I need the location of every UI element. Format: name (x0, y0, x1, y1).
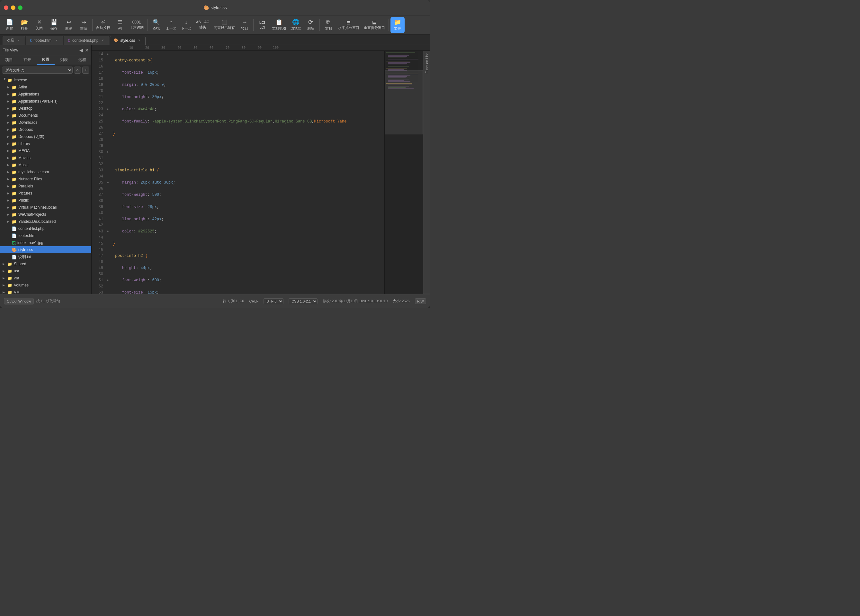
svg-rect-15 (386, 74, 418, 74)
fold-19 (106, 81, 110, 88)
vsplit-button[interactable]: ⬓ 垂直拆分窗口 (362, 17, 387, 33)
filter-home-btn[interactable]: ⌂ (74, 66, 81, 74)
ln-43: 43 (92, 229, 103, 235)
sidebar-tab-project[interactable]: 项目 (0, 55, 18, 64)
tree-item-dropbox-prev[interactable]: ▶ 📁 Dropbox (之前) (0, 133, 91, 140)
tree-item-documents[interactable]: ▶ 📁 Documents (0, 112, 91, 119)
tab-welcome[interactable]: 欢迎 × (3, 36, 25, 45)
goto-button[interactable]: → 转到 (237, 17, 252, 33)
tree-item-volumes[interactable]: ▶ 📁 Volumes (0, 281, 91, 289)
replace-icon: AB→AC (196, 20, 209, 24)
function-list-label[interactable]: Function List (424, 51, 430, 76)
tree-item-shuoming[interactable]: ▶ 📄 说明.txt (0, 253, 91, 261)
tree-item-wechat[interactable]: ▶ 📁 WeChatProjects (0, 211, 91, 218)
browser-button[interactable]: 🌐 浏览器 (289, 17, 303, 33)
tree-item-yandex[interactable]: ▶ 📁 Yandex.Disk.localized (0, 218, 91, 225)
tree-item-nutstore[interactable]: ▶ 📁 Nutstore Files (0, 176, 91, 182)
tree-arrow-mega: ▶ (7, 149, 12, 152)
save-button[interactable]: 💾 保存 (47, 17, 61, 33)
fold-36 (106, 185, 110, 191)
open-button[interactable]: 📂 打开 (17, 17, 31, 33)
fold-51[interactable]: ▸ (106, 277, 110, 283)
fold-22 (106, 100, 110, 106)
refresh-button[interactable]: ⟳ 刷新 (304, 17, 318, 33)
minimize-button[interactable] (11, 5, 16, 10)
docmap-button[interactable]: 📋 文档地图 (270, 17, 288, 33)
syntax-select[interactable]: CSS 1.0-2.1 (289, 299, 317, 304)
tree-label-footer-file: footer.html (18, 233, 36, 238)
tree-item-footer-file[interactable]: ▶ 📄 footer.html (0, 232, 91, 239)
tree-item-downloads[interactable]: ▶ 📁 Downloads (0, 119, 91, 126)
tab-welcome-close[interactable]: × (16, 38, 21, 43)
tree-item-usr[interactable]: ▶ 📁 usr (0, 267, 91, 275)
tree-item-content-list-file[interactable]: ▶ 📄 content-list.php (0, 225, 91, 232)
tree-item-applications[interactable]: ▶ 📁 Applications (0, 91, 91, 98)
tree-item-music[interactable]: ▶ 📁 Music (0, 161, 91, 168)
tree-item-parallels[interactable]: ▶ 📁 Parallels (0, 182, 91, 190)
tree-item-shared[interactable]: ▶ 📁 Shared (0, 261, 91, 267)
autowrap-button[interactable]: ⏎ 自动换行 (94, 17, 112, 33)
hsplit-button[interactable]: ⬒ 水平拆分窗口 (336, 17, 361, 33)
toolbar-sep-1 (92, 19, 93, 31)
tab-footer[interactable]: ⟨⟩ footer.html × (26, 36, 63, 45)
highlight-button[interactable]: ⬛ 高亮显示所有 (212, 17, 237, 33)
file-button[interactable]: 📁 文件 (391, 17, 405, 33)
sidebar-tab-location[interactable]: 位置 (37, 55, 55, 64)
copy-button[interactable]: ⧉ 复制 (322, 17, 336, 33)
tab-style-close[interactable]: × (137, 38, 141, 43)
replace-button[interactable]: AB→AC 替换 (194, 17, 211, 33)
tree-item-icheese[interactable]: ▶ 📁 icheese (0, 77, 91, 83)
prev-button[interactable]: ↑ 上一步 (164, 17, 178, 33)
tab-footer-close[interactable]: × (54, 38, 59, 43)
tree-item-virtual[interactable]: ▶ 📁 Virtual Machines.locali (0, 204, 91, 211)
sidebar-tab-list[interactable]: 列表 (55, 55, 73, 64)
tree-item-mega[interactable]: ▶ 📁 MEGA (0, 147, 91, 154)
tree-item-dropbox[interactable]: ▶ 📁 Dropbox (0, 126, 91, 133)
find-button[interactable]: 🔍 查找 (149, 17, 163, 33)
encoding-select[interactable]: UTF-8 (264, 299, 284, 304)
tree-item-applications-par[interactable]: ▶ 📁 Applications (Parallels) (0, 98, 91, 105)
tree-item-vm[interactable]: ▶ 📁 VM (0, 289, 91, 294)
sidebar-tab-open[interactable]: 打开 (18, 55, 37, 64)
cancel-button[interactable]: ↩ 取消 (62, 17, 76, 33)
list-button[interactable]: ☰ 列 (113, 17, 127, 33)
tab-content-list[interactable]: ⟨⟩ content-list.php × (64, 36, 109, 45)
sidebar-tree[interactable]: ▶ 📁 icheese ▶ 📁 Adlm ▶ 📁 Applications ▶ … (0, 75, 91, 294)
fold-43[interactable]: ▸ (106, 228, 110, 234)
tree-label-public: Public (18, 198, 29, 203)
tree-item-adlm[interactable]: ▶ 📁 Adlm (0, 83, 91, 91)
fold-30[interactable]: ▸ (106, 149, 110, 155)
cancel-icon: ↩ (66, 19, 71, 25)
fold-14[interactable]: ▸ (106, 51, 110, 57)
filter-add-btn[interactable]: + (82, 66, 89, 74)
tab-content-list-close[interactable]: × (100, 38, 105, 43)
tree-item-library[interactable]: ▶ 📁 Library (0, 140, 91, 147)
tree-item-var[interactable]: ▶ 📁 var (0, 275, 91, 281)
new-button[interactable]: 📄 新建 (3, 17, 17, 33)
output-window-button[interactable]: Output Window (4, 298, 34, 305)
close-file-button[interactable]: ✕ 关闭 (32, 17, 46, 33)
tree-label-desktop: Desktop (18, 106, 33, 111)
tree-item-style-file[interactable]: ▶ 🎨 style.css (0, 246, 91, 253)
sidebar-tab-remote[interactable]: 远程 (73, 55, 91, 64)
tree-item-public[interactable]: ▶ 📁 Public (0, 197, 91, 204)
tree-item-desktop[interactable]: ▶ 📁 Desktop (0, 105, 91, 112)
hex-button[interactable]: 0001 十六进制 (127, 17, 146, 33)
fold-35[interactable]: ▸ (106, 179, 110, 185)
redo-button[interactable]: ↪ 重做 (77, 17, 91, 33)
sidebar-collapse-btn[interactable]: ◀ (79, 47, 83, 53)
tree-item-pictures[interactable]: ▶ 📁 Pictures (0, 190, 91, 197)
file-filter-select[interactable]: 所有文件 (*) (2, 66, 73, 74)
lci-button[interactable]: LCI LCI (255, 17, 269, 33)
tree-item-myz[interactable]: ▶ 📁 myz.iicheese.com (0, 168, 91, 176)
next-button[interactable]: ↓ 下一步 (179, 17, 193, 33)
tree-item-movies[interactable]: ▶ 📁 Movies (0, 154, 91, 161)
sidebar-close-btn[interactable]: ✕ (85, 47, 89, 53)
code-editor[interactable]: .entry-content p{ font-size: 16px; margi… (110, 51, 384, 294)
tree-item-index-nav[interactable]: ▶ 🖼 index_nav1.jpg (0, 239, 91, 246)
fold-23[interactable]: ▸ (106, 106, 110, 112)
maximize-button[interactable] (18, 5, 22, 10)
tab-style[interactable]: 🎨 style.css × (110, 36, 146, 45)
close-button[interactable] (4, 5, 8, 10)
folder-icon-downloads: 📁 (12, 120, 17, 125)
